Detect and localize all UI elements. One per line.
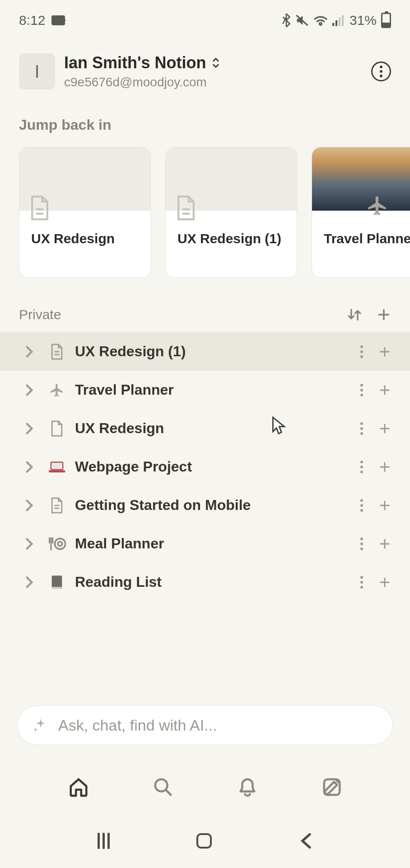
private-label[interactable]: Private — [19, 307, 61, 322]
chevron-right-icon[interactable] — [25, 538, 39, 550]
page-add-icon[interactable] — [378, 461, 391, 473]
book-icon — [48, 575, 66, 590]
page-add-icon[interactable] — [378, 384, 391, 396]
page-more-icon[interactable] — [360, 422, 363, 435]
chevron-right-icon[interactable] — [25, 422, 39, 435]
page-more-icon[interactable] — [360, 538, 363, 550]
page-list: UX Redesign (1) Travel Planner UX Redesi… — [0, 332, 410, 601]
svg-rect-4 — [342, 15, 344, 26]
battery-icon — [381, 13, 391, 28]
android-system-nav — [0, 823, 410, 868]
page-label: Meal Planner — [75, 535, 351, 552]
plane-icon — [366, 194, 389, 217]
page-more-icon[interactable] — [360, 576, 363, 589]
page-item[interactable]: Getting Started on Mobile — [0, 486, 410, 524]
ai-placeholder: Ask, chat, find with AI... — [58, 717, 217, 734]
svg-rect-11 — [51, 462, 63, 470]
workspace-header: I Ian Smith's Notion c9e5676d@moodjoy.co… — [0, 32, 410, 90]
sparkle-icon — [33, 717, 48, 733]
page-icon — [48, 420, 66, 437]
page-label: UX Redesign (1) — [75, 343, 351, 360]
signal-icon — [332, 14, 345, 26]
back-button[interactable] — [299, 833, 312, 849]
jump-back-in-heading: Jump back in — [0, 90, 410, 147]
page-item[interactable]: Travel Planner — [0, 371, 410, 409]
svg-point-16 — [58, 542, 62, 546]
home-tab[interactable] — [68, 777, 89, 797]
page-add-icon[interactable] — [378, 422, 391, 435]
chevron-right-icon[interactable] — [25, 345, 39, 358]
status-time: 8:12 — [19, 13, 45, 28]
wifi-icon — [313, 14, 328, 26]
private-section-header: Private — [0, 278, 410, 332]
page-label: Webpage Project — [75, 458, 351, 475]
workspace-title: Ian Smith's Notion — [64, 53, 206, 72]
page-icon — [176, 195, 196, 221]
page-add-icon[interactable] — [378, 538, 391, 550]
chevron-right-icon[interactable] — [25, 461, 39, 473]
camera-icon — [51, 15, 65, 25]
recent-card[interactable]: Travel Planner — [312, 147, 410, 278]
page-item[interactable]: UX Redesign (1) — [0, 332, 410, 371]
page-lines-icon — [48, 497, 66, 514]
page-item[interactable]: Reading List — [0, 563, 410, 601]
recent-card[interactable]: UX Redesign (1) — [165, 147, 297, 278]
page-add-icon[interactable] — [378, 576, 391, 589]
chevron-right-icon[interactable] — [25, 384, 39, 396]
svg-point-15 — [55, 538, 65, 549]
svg-rect-1 — [332, 23, 334, 26]
page-more-icon[interactable] — [360, 345, 363, 358]
page-lines-icon — [48, 344, 66, 360]
page-label: Reading List — [75, 574, 351, 590]
workspace-avatar[interactable]: I — [19, 53, 55, 90]
page-more-icon[interactable] — [360, 384, 363, 396]
chevron-right-icon[interactable] — [25, 576, 39, 589]
svg-rect-17 — [52, 576, 62, 588]
more-menu-button[interactable] — [371, 61, 391, 81]
workspace-email: c9e5676d@moodjoy.com — [64, 75, 362, 90]
svg-rect-3 — [339, 18, 340, 26]
inbox-tab[interactable] — [237, 777, 258, 797]
compose-tab[interactable] — [321, 777, 342, 797]
page-add-icon[interactable] — [378, 499, 391, 512]
fork-plate-icon — [48, 536, 66, 552]
sort-icon[interactable] — [347, 307, 362, 322]
page-label: Travel Planner — [75, 382, 351, 398]
page-icon — [29, 195, 50, 221]
page-more-icon[interactable] — [360, 461, 363, 473]
plane-icon — [48, 382, 66, 398]
svg-rect-18 — [52, 587, 62, 589]
search-tab[interactable] — [153, 777, 173, 797]
svg-rect-12 — [49, 470, 65, 472]
app-bottom-nav — [0, 764, 410, 810]
vibrate-mute-icon — [295, 14, 309, 27]
page-label: Getting Started on Mobile — [75, 497, 351, 514]
svg-line-20 — [165, 790, 171, 795]
bluetooth-icon — [282, 14, 291, 27]
page-more-icon[interactable] — [360, 499, 363, 512]
page-add-icon[interactable] — [378, 345, 391, 358]
card-title: UX Redesign — [31, 230, 139, 247]
ai-search-bar[interactable]: Ask, chat, find with AI... — [17, 705, 393, 745]
recents-button[interactable] — [98, 833, 110, 849]
recent-card[interactable]: UX Redesign — [19, 147, 151, 278]
battery-percent: 31% — [349, 13, 377, 28]
page-item[interactable]: Meal Planner — [0, 524, 410, 563]
page-item[interactable]: UX Redesign — [0, 409, 410, 448]
laptop-icon — [48, 461, 66, 473]
recent-cards-row: UX Redesign UX Redesign (1) Travel Plann… — [0, 147, 410, 278]
workspace-switcher[interactable]: Ian Smith's Notion c9e5676d@moodjoy.com — [64, 53, 362, 90]
page-label: UX Redesign — [75, 420, 351, 437]
svg-rect-2 — [335, 20, 337, 26]
page-item[interactable]: Webpage Project — [0, 448, 410, 486]
home-button[interactable] — [196, 833, 212, 849]
chevron-updown-icon — [212, 57, 220, 68]
android-status-bar: 8:12 31% — [0, 0, 410, 32]
add-page-button[interactable] — [377, 307, 391, 322]
card-title: UX Redesign (1) — [177, 230, 285, 247]
chevron-right-icon[interactable] — [25, 499, 39, 512]
card-title: Travel Planner — [324, 230, 410, 247]
